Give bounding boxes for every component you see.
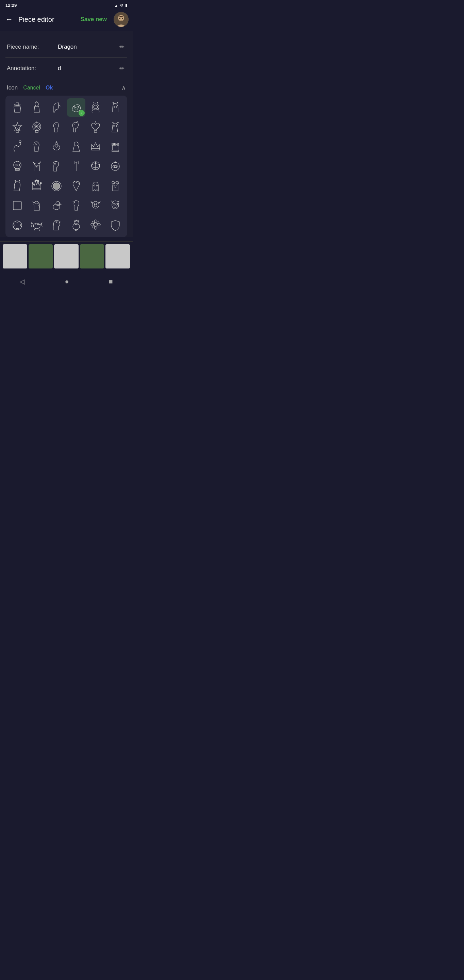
icon-cell-dog[interactable] — [28, 196, 46, 215]
icon-cell-wolf2[interactable] — [8, 177, 27, 195]
icon-cell-orb[interactable] — [87, 157, 105, 176]
icon-cell-chicken[interactable] — [67, 216, 86, 234]
icon-cell-eye-orb[interactable] — [106, 157, 124, 176]
icon-cell-crab[interactable] — [28, 216, 46, 234]
icon-cell-dinosaur[interactable] — [47, 216, 66, 234]
piece-name-row: Piece name: Dragon ✏ — [5, 38, 127, 56]
svg-point-51 — [54, 163, 56, 164]
svg-point-87 — [33, 223, 40, 229]
icon-cell-alien[interactable] — [106, 196, 124, 215]
svg-rect-15 — [16, 130, 19, 132]
icon-cell-phoenix[interactable] — [67, 177, 86, 195]
icon-cell-horse-side[interactable] — [47, 118, 66, 137]
svg-rect-21 — [35, 130, 38, 132]
svg-point-75 — [35, 203, 37, 204]
svg-point-26 — [114, 125, 114, 126]
svg-point-101 — [97, 226, 99, 228]
icon-cell-pawn[interactable] — [67, 137, 86, 156]
icon-cell-bird[interactable] — [67, 196, 86, 215]
svg-point-58 — [114, 165, 116, 167]
icon-cell-wolf[interactable] — [106, 98, 124, 117]
icon-cell-ball[interactable] — [8, 216, 27, 234]
signal-icon: ▲ — [114, 3, 118, 8]
svg-point-72 — [114, 185, 115, 186]
svg-rect-38 — [114, 143, 116, 145]
wifi-icon: ⊙ — [120, 3, 123, 8]
icon-cell-shield[interactable] — [106, 216, 124, 234]
svg-point-76 — [37, 203, 38, 204]
icon-cell-cat[interactable] — [28, 157, 46, 176]
icon-cell-queen-crown[interactable] — [87, 137, 105, 156]
icon-cell-bull[interactable] — [87, 196, 105, 215]
svg-point-61 — [32, 182, 33, 184]
icon-cell-bishop[interactable] — [28, 98, 46, 117]
piece-name-label: Piece name: — [7, 43, 54, 50]
divider-1 — [5, 57, 127, 58]
icon-cell-elephant[interactable] — [87, 98, 105, 117]
svg-point-10 — [92, 104, 99, 110]
svg-point-49 — [35, 165, 37, 166]
icon-cell-square-empty[interactable] — [8, 196, 27, 215]
icon-cell-ghost[interactable] — [87, 177, 105, 195]
preview-cell-3 — [54, 244, 79, 269]
back-button[interactable]: ← — [4, 14, 14, 25]
icon-cell-duck[interactable] — [47, 196, 66, 215]
icon-cell-trident[interactable] — [67, 157, 86, 176]
svg-point-64 — [37, 180, 39, 182]
nav-home-button[interactable]: ● — [56, 275, 77, 288]
icon-cell-cross-king[interactable] — [8, 98, 27, 117]
svg-point-96 — [91, 223, 94, 226]
icon-cell-horse-dark[interactable] — [47, 157, 66, 176]
save-new-button[interactable]: Save new — [78, 14, 110, 24]
svg-point-56 — [95, 162, 96, 164]
status-icons: ▲ ⊙ ▮ — [114, 3, 127, 8]
icon-cell-circle-btn[interactable] — [47, 177, 66, 195]
icon-cell-dragon-head[interactable]: ✓ — [67, 98, 86, 117]
svg-point-83 — [112, 201, 119, 209]
icon-grid: ✓ — [8, 98, 124, 234]
svg-point-84 — [113, 203, 115, 205]
svg-point-50 — [37, 165, 38, 166]
svg-point-89 — [38, 224, 39, 225]
cancel-button[interactable]: Cancel — [23, 85, 40, 91]
icon-cell-flower[interactable] — [87, 216, 105, 234]
icon-cell-queen-dark[interactable] — [28, 177, 46, 195]
svg-rect-25 — [94, 130, 97, 132]
svg-point-88 — [35, 224, 36, 225]
icon-cell-cannon[interactable] — [47, 137, 66, 156]
svg-point-90 — [56, 221, 57, 223]
avatar-image — [114, 12, 129, 27]
chevron-up-icon[interactable]: ∧ — [121, 84, 126, 92]
icon-cell-skull[interactable] — [8, 157, 27, 176]
nav-recent-button[interactable]: ■ — [100, 275, 121, 288]
icon-cell-heart-crown[interactable] — [87, 118, 105, 137]
icon-cell-knight-helmet[interactable] — [47, 98, 66, 117]
avatar[interactable] — [114, 12, 129, 27]
svg-point-80 — [94, 204, 97, 207]
annotation-edit-button[interactable]: ✏ — [118, 63, 126, 73]
svg-point-98 — [92, 221, 95, 223]
svg-point-94 — [94, 220, 97, 223]
svg-point-79 — [92, 202, 99, 208]
icon-cell-snake[interactable] — [8, 137, 27, 156]
icon-cell-bear[interactable] — [106, 177, 124, 195]
svg-point-27 — [116, 125, 118, 126]
svg-point-22 — [55, 124, 56, 125]
icon-cell-target[interactable] — [28, 118, 46, 137]
ok-button[interactable]: Ok — [46, 85, 53, 91]
svg-point-1 — [118, 15, 124, 21]
nav-bar: ◁ ● ■ — [0, 271, 133, 294]
icon-cell-rook[interactable] — [106, 137, 124, 156]
svg-point-29 — [35, 143, 37, 145]
svg-point-63 — [36, 180, 37, 181]
icon-cell-star-piece[interactable] — [8, 118, 27, 137]
svg-point-28 — [19, 140, 21, 143]
piece-name-edit-button[interactable]: ✏ — [118, 42, 126, 52]
preview-cell-4 — [80, 244, 105, 269]
content-area: Piece name: Dragon ✏ Annotation: d ✏ Ico… — [0, 31, 133, 237]
icon-cell-knight-classic[interactable] — [28, 137, 46, 156]
status-time: 12:29 — [5, 3, 17, 8]
nav-back-button[interactable]: ◁ — [11, 275, 33, 288]
icon-cell-gryphon[interactable] — [106, 118, 124, 137]
icon-cell-horse-side2[interactable] — [67, 118, 86, 137]
